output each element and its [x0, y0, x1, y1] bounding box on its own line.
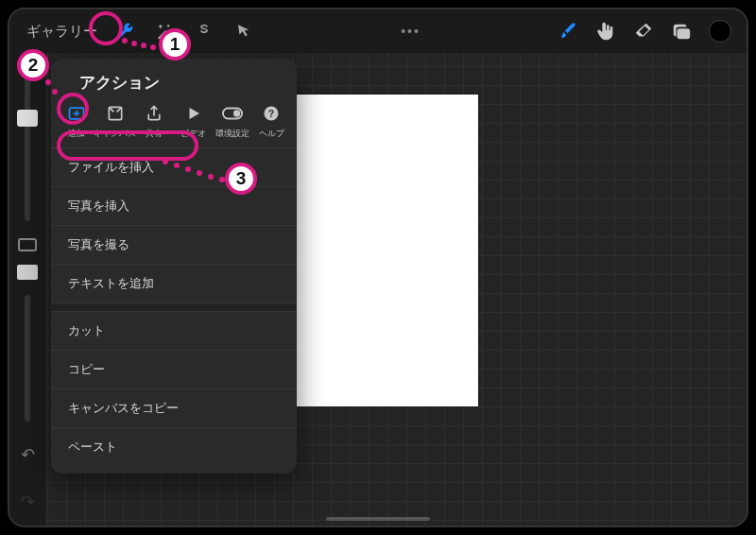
share-icon [145, 104, 163, 123]
brush-icon [558, 21, 578, 42]
toggle-icon [222, 107, 243, 120]
tab-label: 共有 [146, 128, 163, 140]
color-button[interactable] [709, 20, 731, 43]
item-add-text[interactable]: テキストを追加 [51, 264, 297, 302]
finger-icon [595, 21, 616, 42]
left-sidebar: ↶ ↶ [9, 53, 45, 526]
tab-canvas[interactable]: キャンバス [96, 103, 134, 140]
transform-button[interactable] [230, 17, 258, 45]
eraser-icon [633, 21, 654, 42]
layers-button[interactable] [671, 21, 692, 42]
tab-help[interactable]: ? ヘルプ [252, 103, 290, 140]
tab-add[interactable]: 追加 [58, 103, 95, 140]
brush-button[interactable] [558, 21, 578, 42]
color-picker-square[interactable] [17, 265, 38, 280]
opacity-slider[interactable] [25, 295, 30, 422]
tab-label: ヘルプ [259, 128, 284, 140]
item-take-photo[interactable]: 写真を撮る [51, 225, 297, 264]
actions-button[interactable] [111, 17, 139, 45]
popover-tabs: 追加 キャンバス 共有 ビデオ 環境設定 ? ヘルプ [51, 103, 297, 147]
tab-label: 環境設定 [215, 128, 249, 140]
canvas-icon [106, 104, 125, 123]
modify-button[interactable]: ••• [401, 24, 421, 39]
help-icon: ? [263, 105, 280, 122]
slider-thumb[interactable] [17, 110, 38, 127]
svg-point-3 [233, 110, 240, 116]
item-copy[interactable]: コピー [51, 350, 297, 388]
tab-label: ビデオ [180, 128, 206, 140]
actions-popover: アクション 追加 キャンバス 共有 ビデオ 環境設定 [51, 59, 297, 474]
tab-label: キャンバス [94, 128, 136, 140]
item-copy-canvas[interactable]: キャンバスをコピー [51, 388, 297, 427]
item-paste[interactable]: ペースト [51, 427, 297, 466]
undo-button[interactable]: ↶ [21, 444, 35, 465]
tab-share[interactable]: 共有 [135, 103, 173, 140]
popover-title: アクション [51, 59, 297, 103]
gallery-button[interactable]: ギャラリー [19, 19, 105, 44]
s-icon [196, 23, 213, 40]
cursor-icon [235, 23, 252, 40]
item-insert-file[interactable]: ファイルを挿入 [51, 148, 297, 186]
brush-size-slider[interactable] [25, 62, 30, 221]
redo-button[interactable]: ↶ [21, 492, 35, 512]
topbar: ギャラリー ••• [9, 9, 747, 53]
item-insert-photo[interactable]: 写真を挿入 [51, 186, 297, 225]
layers-icon [671, 21, 692, 42]
eraser-button[interactable] [633, 21, 654, 42]
item-cut[interactable]: カット [51, 312, 297, 350]
add-image-icon [67, 104, 86, 123]
selection-button[interactable] [190, 17, 218, 45]
play-icon [185, 105, 202, 122]
tab-label: 追加 [68, 128, 85, 140]
wrench-icon [115, 22, 134, 41]
adjustments-button[interactable] [150, 17, 179, 45]
smudge-button[interactable] [595, 21, 616, 42]
modifier-button[interactable] [18, 238, 37, 251]
tab-prefs[interactable]: 環境設定 [214, 103, 251, 140]
tab-video[interactable]: ビデオ [175, 103, 213, 140]
svg-text:?: ? [268, 108, 274, 119]
wand-icon [155, 22, 174, 41]
home-indicator [326, 517, 430, 521]
